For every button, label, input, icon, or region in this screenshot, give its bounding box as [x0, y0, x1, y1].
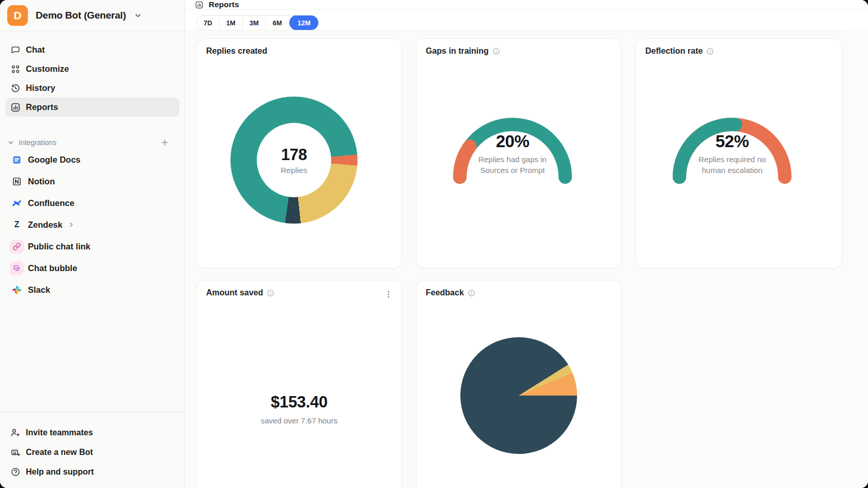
tab-7d[interactable]: 7D — [197, 15, 220, 30]
sidebar-item-label: Reports — [26, 102, 58, 112]
help-icon — [10, 467, 21, 477]
tab-12m[interactable]: 12M — [289, 15, 319, 30]
slack-icon — [9, 282, 24, 297]
sidebar-item-label: Confluence — [28, 198, 74, 208]
info-icon[interactable] — [267, 289, 274, 297]
card-amount-saved: Amount saved $153.40 saved over 7.67 hou… — [196, 280, 402, 488]
donut-center: 178 Replies — [257, 123, 331, 197]
sidebar-item-label: Notion — [28, 177, 55, 186]
invite-teammates-icon — [10, 428, 21, 438]
notion-icon — [9, 174, 24, 188]
time-filter-tabs: 7D 1M 3M 6M 12M — [196, 15, 319, 30]
page-title: Reports — [209, 0, 239, 9]
reports-icon — [10, 102, 21, 113]
sidebar-item-slack[interactable]: Slack — [5, 279, 179, 301]
chevron-down-icon — [134, 11, 142, 20]
bot-name: Demo Bot (General) — [36, 10, 126, 21]
tab-1m[interactable]: 1M — [220, 15, 243, 30]
integrations-header[interactable]: Integrations — [5, 136, 179, 149]
footer-item-label: Create a new Bot — [26, 448, 93, 457]
replies-count: 178 — [281, 146, 307, 164]
deflection-percent: 52% — [675, 132, 789, 151]
gaps-caption: Replies had gaps in Sources or Prompt — [456, 154, 569, 176]
sidebar-item-label: Customize — [26, 64, 69, 74]
sidebar-item-google-docs[interactable]: Google Docs — [5, 149, 179, 170]
google-docs-icon — [9, 152, 24, 167]
sidebar-item-zendesk[interactable]: Z Zendesk — [5, 214, 179, 235]
card-title: Replies created — [206, 46, 267, 56]
integrations-section: Integrations Google Docs — [0, 117, 184, 301]
info-icon[interactable] — [468, 289, 475, 297]
bot-selector[interactable]: D Demo Bot (General) — [0, 0, 184, 32]
info-icon[interactable] — [706, 48, 714, 55]
svg-text:Z: Z — [14, 220, 19, 229]
feedback-pie-chart — [460, 337, 577, 454]
amount-saved-stat: $153.40 saved over 7.67 hours — [197, 393, 401, 425]
card-title: Deflection rate — [645, 46, 714, 56]
chevron-down-icon — [5, 139, 17, 146]
help-and-support-button[interactable]: Help and support — [5, 462, 179, 482]
replies-count-label: Replies — [281, 166, 307, 175]
card-replies-created: Replies created 178 Replies — [196, 38, 402, 269]
footer-item-label: Help and support — [26, 467, 94, 477]
footer-item-label: Invite teammates — [26, 428, 93, 437]
sidebar-nav: Chat Customize — [0, 32, 184, 117]
customize-icon — [10, 64, 21, 74]
tab-6m[interactable]: 6M — [266, 15, 289, 30]
bot-avatar: D — [7, 5, 28, 26]
card-deflection-rate: Deflection rate 52% Replies required no … — [636, 38, 842, 269]
sidebar-item-label: Chat — [26, 45, 45, 55]
amount-saved-value: $153.40 — [197, 393, 401, 412]
sidebar-item-label: Public chat link — [28, 242, 90, 251]
info-icon[interactable] — [492, 48, 500, 55]
sidebar-item-reports[interactable]: Reports — [5, 98, 179, 117]
time-filter-row: 7D 1M 3M 6M 12M — [185, 10, 868, 30]
sidebar-item-notion[interactable]: Notion — [5, 170, 179, 192]
integrations-label: Integrations — [19, 138, 159, 147]
card-title: Gaps in training — [426, 46, 500, 56]
sidebar-item-label: History — [26, 83, 55, 93]
gauge-center: 20% Replies had gaps in Sources or Promp… — [456, 132, 569, 176]
gauge-center: 52% Replies required no human escalation — [675, 132, 789, 176]
sidebar-item-label: Google Docs — [28, 155, 81, 165]
sidebar-item-public-chat-link[interactable]: Public chat link — [5, 235, 179, 257]
sidebar-item-confluence[interactable]: Confluence — [5, 192, 179, 214]
sidebar-footer: Invite teammates Create a new Bot — [0, 412, 184, 488]
gaps-percent: 20% — [456, 132, 569, 151]
sidebar: D Demo Bot (General) Chat — [0, 0, 185, 488]
card-title: Feedback — [426, 288, 475, 297]
app-window: D Demo Bot (General) Chat — [0, 0, 868, 488]
main-area: Reports 7D 1M 3M 6M 12M Replies created … — [185, 0, 868, 488]
history-icon — [10, 83, 21, 93]
card-feedback: Feedback — [416, 280, 622, 488]
replies-donut-chart: 178 Replies — [230, 97, 358, 224]
sidebar-item-chat-bubble[interactable]: Chat bubble — [5, 257, 179, 279]
chevron-right-icon — [68, 221, 75, 228]
sidebar-item-label: Slack — [28, 285, 50, 295]
tab-3m[interactable]: 3M — [243, 15, 266, 30]
chat-bubble-icon — [9, 261, 24, 275]
sidebar-item-customize[interactable]: Customize — [5, 59, 179, 78]
add-integration-button[interactable] — [159, 136, 171, 149]
confluence-icon — [9, 196, 24, 210]
card-gaps-in-training: Gaps in training 20% Replies had gaps in… — [416, 38, 622, 269]
reports-grid: Replies created 178 Replies Gaps in trai… — [185, 30, 868, 488]
sidebar-item-label: Zendesk — [28, 220, 63, 230]
bot-icon — [10, 447, 21, 458]
invite-teammates-button[interactable]: Invite teammates — [5, 423, 179, 443]
amount-saved-caption: saved over 7.67 hours — [197, 416, 401, 425]
public-chat-link-icon — [9, 239, 24, 254]
card-title: Amount saved — [206, 288, 274, 297]
sidebar-item-chat[interactable]: Chat — [5, 40, 179, 59]
card-menu-button[interactable] — [383, 289, 394, 300]
sidebar-item-history[interactable]: History — [5, 78, 179, 98]
create-new-bot-button[interactable]: Create a new Bot — [5, 443, 179, 462]
chat-icon — [10, 45, 21, 55]
deflection-caption: Replies required no human escalation — [675, 154, 789, 176]
zendesk-icon: Z — [9, 217, 24, 232]
page-header: Reports — [185, 0, 868, 10]
reports-icon — [195, 1, 204, 9]
sidebar-item-label: Chat bubble — [28, 263, 77, 273]
